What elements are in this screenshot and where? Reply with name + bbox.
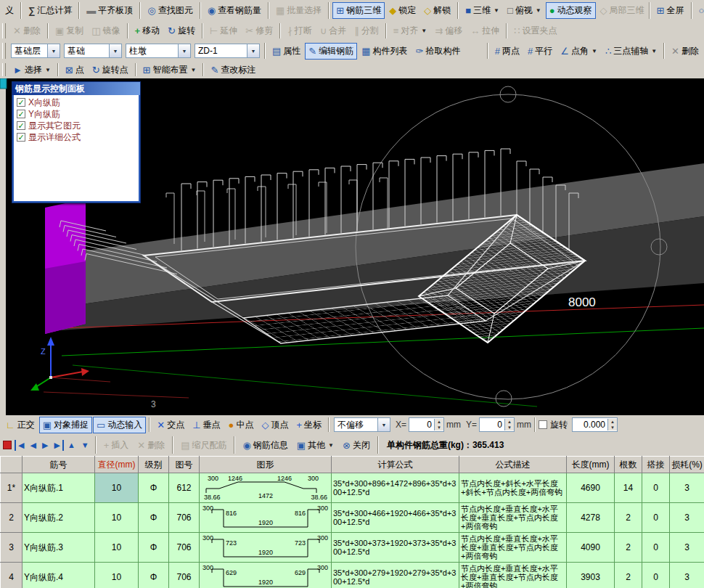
unlock-button[interactable]: ◇解锁 <box>420 2 454 19</box>
rebar-display-control-panel[interactable]: 钢筋显示控制面板 ✓X向纵筋 ✓Y向纵筋 ✓显示其它图元 ✓显示详细公式 <box>12 81 141 203</box>
element-name-combobox[interactable]: ZD-1▼ <box>195 44 260 58</box>
extend-button[interactable]: ⊢延伸 <box>206 23 241 39</box>
cell-length[interactable]: 4090 <box>567 533 615 563</box>
rotate-checkbox[interactable] <box>539 420 547 429</box>
header-bar-id[interactable]: 筋号 <box>22 457 95 473</box>
table-row[interactable]: 1* X向纵筋.1 10 Φ 612 300 1246 1246 300 38.… <box>1 473 704 503</box>
cell-formula-desc[interactable]: 节点内长度+垂直长度+水平长度+垂直长度+节点内长度+两倍弯钩 <box>459 503 567 533</box>
cell-loss[interactable]: 3 <box>670 503 704 533</box>
row-number[interactable]: 1* <box>1 473 22 503</box>
osnap-toggle[interactable]: ▣对象捕捉 <box>39 417 92 433</box>
header-level[interactable]: 级别 <box>139 457 169 473</box>
axis-delete-button[interactable]: ✕删除 <box>668 43 703 60</box>
cell-formula-desc[interactable]: 节点内长度+斜长+水平长度+斜长+节点内长度+两倍弯钩 <box>459 473 567 503</box>
cell-formula[interactable]: 35*d+300+896+1472+896+35*d+300+12.5*d <box>332 473 459 503</box>
wall-element[interactable] <box>45 199 86 334</box>
docked-panel-tab[interactable] <box>0 78 7 89</box>
rotate-angle-input[interactable]: 0.000▲▼ <box>572 417 618 432</box>
cell-bar-id[interactable]: Y向纵筋.2 <box>22 503 95 533</box>
rebar-table[interactable]: 筋号 直径(mm) 级别 图号 图形 计算公式 公式描述 长度(mm) 根数 搭… <box>0 456 704 588</box>
move-up-button[interactable]: ▲ <box>65 440 78 450</box>
ortho-toggle[interactable]: ∟正交 <box>2 417 38 433</box>
point-place-button[interactable]: ⊠点 <box>62 62 88 78</box>
local-3d-button[interactable]: ◇局部三维 <box>597 2 648 19</box>
close-button[interactable]: ⊗关闭 <box>339 437 374 454</box>
spinner-arrows-icon[interactable]: ▲▼ <box>607 419 617 430</box>
combo-arrow-icon[interactable]: ▼ <box>377 418 390 431</box>
header-formula-desc[interactable]: 公式描述 <box>459 457 567 473</box>
cell-lap[interactable]: 0 <box>642 563 670 588</box>
cell-formula[interactable]: 35*d+300+466+1920+466+35*d+300+12.5*d <box>332 503 459 533</box>
checkbox-checked-icon[interactable]: ✓ <box>17 121 25 130</box>
cell-count[interactable]: 2 <box>615 533 642 563</box>
cell-formula[interactable]: 35*d+300+373+1920+373+35*d+300+12.5*d <box>332 533 459 563</box>
rebar-info-button[interactable]: ◉钢筋信息 <box>239 437 291 454</box>
toolbar-grip[interactable] <box>2 43 6 59</box>
move-down-button[interactable]: ▼ <box>79 440 91 450</box>
cell-shape-diagram[interactable]: 300 723 1920 723 300 <box>200 533 332 563</box>
cell-bar-id[interactable]: Y向纵筋.3 <box>22 533 95 563</box>
zoom-button[interactable]: ○缩 <box>695 2 704 19</box>
layer-combobox[interactable]: 基础层▼ <box>11 44 60 58</box>
cell-shape-diagram[interactable]: 300 629 1920 629 300 <box>200 563 332 588</box>
cell-diameter-selected[interactable]: 10 <box>95 473 139 503</box>
header-diameter[interactable]: 直径(mm) <box>95 457 139 473</box>
checkbox-checked-icon[interactable]: ✓ <box>17 133 25 142</box>
cell-bar-id[interactable]: X向纵筋.1 <box>22 473 95 503</box>
y-coord-input[interactable]: 0▲▼ <box>479 417 515 432</box>
rebar-3d-button[interactable]: ⊞钢筋三维 <box>332 2 385 19</box>
delete-button[interactable]: ✕删除 <box>9 23 44 39</box>
cell-figure-no[interactable]: 612 <box>169 473 200 503</box>
cell-diameter[interactable]: 10 <box>95 503 139 533</box>
cell-formula[interactable]: 35*d+300+279+1920+279+35*d+300+12.5*d <box>332 563 459 588</box>
header-length[interactable]: 长度(mm) <box>567 457 615 473</box>
table-row[interactable]: 4 Y向纵筋.4 10 Φ 706 300 629 1920 629 300 3… <box>1 563 704 588</box>
snap-intersection-button[interactable]: ✕交点 <box>153 417 188 433</box>
cell-count[interactable]: 14 <box>615 473 642 503</box>
panel-item-show-formula[interactable]: ✓显示详细公式 <box>17 131 136 143</box>
spinner-arrows-icon[interactable]: ▲▼ <box>434 419 443 430</box>
lock-button[interactable]: ◆锁定 <box>385 2 419 19</box>
batch-select-button[interactable]: ▦批量选择 <box>272 2 325 19</box>
insert-row-button[interactable]: +插入 <box>100 437 133 454</box>
cell-length[interactable]: 4278 <box>567 503 615 533</box>
summary-calc-button[interactable]: ∑汇总计算 <box>25 2 75 19</box>
cell-shape-diagram[interactable]: 300 1246 1246 300 38.66 1472 38.66 <box>200 473 332 503</box>
define-button[interactable]: 义 <box>1 2 17 19</box>
cell-loss[interactable]: 3 <box>670 533 704 563</box>
toolbar-grip[interactable] <box>2 63 6 76</box>
move-button[interactable]: +移动 <box>131 23 164 39</box>
cell-shape-diagram[interactable]: 300 816 1920 816 300 <box>200 503 332 533</box>
cell-count[interactable]: 2 <box>615 503 642 533</box>
top-view-button[interactable]: □俯视▼ <box>504 2 545 19</box>
panel-item-x-bars[interactable]: ✓X向纵筋 <box>17 97 136 108</box>
combo-arrow-icon[interactable]: ▼ <box>178 44 190 57</box>
header-formula[interactable]: 计算公式 <box>332 457 459 473</box>
other-button[interactable]: ▣其他▼ <box>293 437 337 454</box>
x-coord-input[interactable]: 0▲▼ <box>409 417 444 432</box>
snap-coordinate-button[interactable]: +坐标 <box>292 417 325 433</box>
panel-title[interactable]: 钢筋显示控制面板 <box>12 82 140 95</box>
mirror-button[interactable]: ◫镜像 <box>88 23 123 39</box>
offset-button[interactable]: ⇉偏移 <box>431 23 466 39</box>
fullscreen-button[interactable]: ⊞全屏 <box>653 2 688 19</box>
cell-lap[interactable]: 0 <box>642 473 670 503</box>
cell-level[interactable]: Φ <box>139 533 169 563</box>
next-row-button[interactable]: ▶ <box>40 440 50 451</box>
cell-figure-no[interactable]: 706 <box>169 533 200 563</box>
checkbox-checked-icon[interactable]: ✓ <box>17 110 25 118</box>
scale-rebar-button[interactable]: ▤缩尺配筋 <box>177 437 230 454</box>
cell-loss[interactable]: 3 <box>670 473 704 503</box>
3d-viewport[interactable]: 8000 3 Z 钢筋显示控制面板 ✓X向纵筋 <box>0 78 704 415</box>
set-grips-button[interactable]: ∷设置夹点 <box>510 23 560 39</box>
table-row[interactable]: 3 Y向纵筋.3 10 Φ 706 300 723 1920 723 300 3… <box>1 533 704 563</box>
offset-mode-combobox[interactable]: 不偏移▼ <box>334 417 390 432</box>
cell-lap[interactable]: 0 <box>642 533 670 563</box>
trim-button[interactable]: ✂修剪 <box>242 23 277 39</box>
combo-arrow-icon[interactable]: ▼ <box>109 44 121 57</box>
orbit-button[interactable]: ●动态观察 <box>546 2 596 19</box>
cell-level[interactable]: Φ <box>139 563 169 588</box>
snap-midpoint-button[interactable]: ●中点 <box>225 417 258 433</box>
split-button[interactable]: ∥分割 <box>351 23 382 39</box>
properties-button[interactable]: ▤属性 <box>269 43 304 60</box>
